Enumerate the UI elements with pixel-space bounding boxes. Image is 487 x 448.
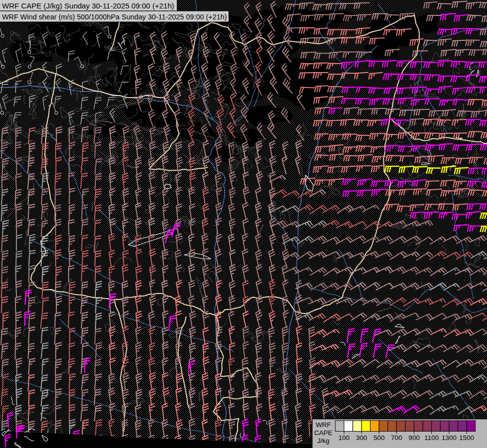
svg-text:WRF CAPE (J/kg) Sunday 30-11-2: WRF CAPE (J/kg) Sunday 30-11-2025 09:00 …	[2, 1, 174, 10]
svg-text:1100: 1100	[424, 434, 439, 442]
svg-text:700: 700	[391, 434, 402, 442]
svg-text:100: 100	[338, 434, 350, 442]
svg-text:CAPE: CAPE	[314, 429, 333, 437]
svg-text:900: 900	[408, 434, 420, 442]
svg-text:WRF: WRF	[316, 421, 331, 429]
svg-text:J/kg: J/kg	[317, 437, 330, 445]
svg-text:1500: 1500	[459, 434, 474, 442]
svg-text:WRF Wind shear (m/s) 500/1000h: WRF Wind shear (m/s) 500/1000hPa Sunday …	[2, 12, 227, 21]
svg-text:300: 300	[356, 434, 368, 442]
svg-text:500: 500	[374, 434, 385, 442]
svg-text:1300: 1300	[442, 434, 457, 442]
